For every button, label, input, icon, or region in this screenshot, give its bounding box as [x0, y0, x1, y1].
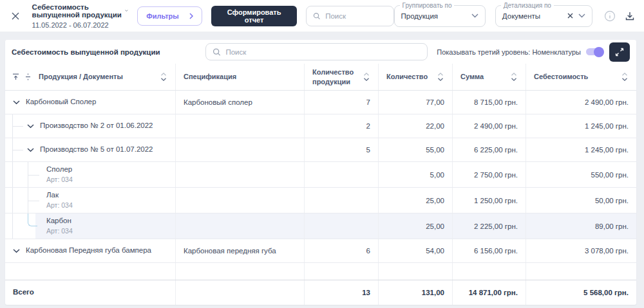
row-name: Производство № 5 от 01.07.2022 — [40, 145, 153, 154]
cost-cell: 2 490,00 грн. — [526, 91, 636, 114]
row-article: Арт: 034 — [46, 201, 73, 210]
expand-all-icon[interactable] — [24, 73, 32, 81]
qty-cell: 131,00 — [379, 280, 453, 305]
cost-cell — [526, 263, 636, 280]
tree-connector — [12, 162, 13, 187]
card-toolbar: Себестоимость выпущенной продукции Показ… — [5, 40, 636, 64]
sum-cell: 8 715,00 грн. — [453, 91, 526, 114]
sort-icon[interactable] — [160, 72, 167, 82]
date-range: 11.05.2022 - 06.07.2022 — [32, 21, 129, 29]
column-header-cost[interactable]: Себестоимость — [526, 64, 636, 90]
cost-cell: 1 245,00 грн. — [526, 114, 636, 138]
product-cell: Карбон Арт: 034 — [5, 213, 176, 239]
table-row-spacer — [5, 262, 636, 280]
column-header-sum[interactable]: Сумма — [453, 64, 526, 90]
group-by-select[interactable]: Группировать по Продукция — [394, 5, 486, 27]
row-name: Карбоновая Передняя губа бампера — [26, 246, 151, 255]
arrow-right-icon — [189, 13, 193, 19]
row-name: Карбон — [46, 217, 73, 226]
card-title: Себестоимость выпущенной продукции — [12, 48, 160, 56]
filters-button[interactable]: Фильтры — [137, 6, 202, 26]
table-row-total[interactable]: Всего 13 131,00 14 871,00 грн. 5 568,00 … — [5, 280, 636, 305]
generate-report-button[interactable]: Сформировать отчет — [211, 6, 298, 26]
table-row[interactable]: Карбоновая Передняя губа бампера Карбоно… — [5, 239, 636, 262]
row-name: Всего — [13, 288, 34, 297]
sum-cell: 2 490,00 грн. — [453, 114, 526, 138]
collapse-all-icon[interactable] — [12, 73, 20, 81]
info-icon[interactable] — [604, 10, 616, 22]
cost-cell: 50,00 грн. — [526, 188, 636, 213]
row-name: Карбоновый Сполер — [26, 98, 96, 107]
clear-icon[interactable] — [567, 13, 573, 19]
group-by-value: Продукция — [401, 12, 471, 20]
qty-cell: 25,00 — [379, 213, 453, 239]
row-chevron-down-icon[interactable] — [13, 100, 20, 105]
report-title: Себестоимость выпущенной продукции — [32, 3, 122, 19]
chevron-down-icon — [471, 14, 478, 18]
tree-connector — [28, 213, 37, 226]
qty-prod-cell: 2 — [305, 114, 379, 138]
tree-connector — [28, 201, 39, 201]
spec-cell — [176, 263, 305, 280]
toggle-knob — [594, 47, 604, 57]
row-name: Производство № 2 от 01.06.2022 — [40, 122, 153, 131]
column-header-product[interactable]: Продукция / Документы — [5, 64, 176, 90]
spec-cell — [176, 114, 305, 138]
column-header-spec[interactable]: Спецификация — [176, 64, 305, 90]
spec-cell: Карбоновая передняя губа — [176, 239, 305, 262]
sort-icon[interactable] — [363, 72, 370, 82]
sum-cell: 1 250,00 грн. — [453, 188, 526, 213]
cost-cell: 5 568,00 грн. — [526, 280, 636, 305]
download-icon[interactable] — [625, 11, 635, 21]
product-cell — [5, 263, 176, 280]
sum-cell: 14 871,00 грн. — [453, 280, 526, 305]
qty-prod-cell — [305, 162, 379, 187]
table-row[interactable]: Лак Арт: 034 25,00 1 250,00 грн. 50,00 г… — [5, 187, 636, 213]
table-row[interactable]: Карбоновый Сполер Карбоновый сполер 7 77… — [5, 91, 636, 114]
table-search-input[interactable] — [225, 48, 421, 56]
qty-prod-cell — [305, 213, 379, 239]
sum-cell: 2 750,00 грн. — [453, 162, 526, 187]
column-header-qty[interactable]: Количество — [379, 64, 453, 90]
spec-cell — [176, 280, 305, 305]
sort-icon[interactable] — [510, 72, 518, 82]
sum-cell: 6 225,00 грн. — [453, 138, 526, 161]
row-article: Арт: 034 — [46, 176, 73, 184]
row-chevron-down-icon[interactable] — [13, 249, 20, 253]
table-row[interactable]: Сполер Арт: 034 5,00 2 750,00 грн. 550,0… — [5, 161, 636, 187]
group-by-label: Группировать по — [400, 2, 455, 9]
cost-cell: 3 078,00 грн. — [526, 239, 636, 262]
table-row[interactable]: Производство № 5 от 01.07.2022 5 55,00 6… — [5, 138, 636, 161]
sort-icon[interactable] — [437, 72, 444, 82]
row-chevron-down-icon[interactable] — [27, 124, 34, 129]
fullscreen-icon[interactable] — [609, 42, 630, 62]
spec-cell: Карбоновый сполер — [176, 91, 305, 114]
sum-cell — [453, 263, 526, 280]
column-header-qty-prod[interactable]: Количество продукции — [305, 64, 379, 90]
qty-prod-cell: 7 — [305, 91, 379, 114]
qty-prod-cell — [305, 188, 379, 213]
row-name: Сполер — [46, 165, 73, 174]
close-icon[interactable] — [9, 9, 22, 23]
table-search — [205, 43, 428, 60]
table-row[interactable]: Производство № 2 от 01.06.2022 2 22,00 2… — [5, 114, 636, 138]
tree-connector — [12, 188, 13, 213]
screen: Себестоимость выпущенной продукции 11.05… — [0, 0, 644, 308]
qty-prod-cell: 6 — [305, 239, 379, 262]
chevron-down-icon — [125, 9, 128, 12]
tree-connector — [13, 150, 23, 150]
spec-cell — [176, 138, 305, 161]
product-cell: Производство № 5 от 01.07.2022 — [5, 138, 176, 161]
third-level-toggle-label: Показывать третий уровень: Номенклатуры — [437, 48, 581, 56]
row-chevron-down-icon[interactable] — [27, 148, 34, 152]
sort-icon[interactable] — [621, 72, 629, 82]
topbar: Себестоимость выпущенной продукции 11.05… — [0, 0, 644, 32]
report-title-block[interactable]: Себестоимость выпущенной продукции 11.05… — [32, 3, 129, 29]
topbar-search-input[interactable] — [325, 12, 386, 20]
product-cell: Производство № 2 от 01.06.2022 — [5, 114, 176, 138]
product-cell: Карбоновая Передняя губа бампера — [5, 239, 176, 262]
detail-by-select[interactable]: Детализация по Документы — [495, 5, 592, 27]
third-level-toggle[interactable] — [586, 48, 603, 55]
table-row[interactable]: Карбон Арт: 034 25,00 2 225,00 грн. 89,0… — [5, 213, 636, 239]
qty-cell: 77,00 — [379, 91, 453, 114]
